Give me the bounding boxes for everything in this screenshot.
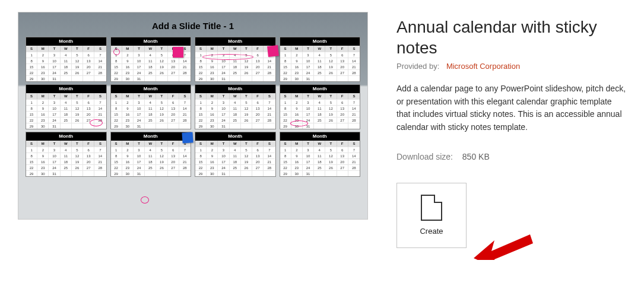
mini-calendar: MonthSMTWTFS1234567891011121314151617181… [110,37,192,82]
mini-calendar: MonthSMTWTFS1234567891011121314151617181… [26,37,107,82]
new-document-icon [421,195,442,221]
annotation-arrow [474,223,539,260]
mini-calendar-body: 1234567891011121314151617181920212223242… [26,147,106,176]
mini-calendar-header: Month [280,132,360,141]
provided-by-link[interactable]: Microsoft Corporation [446,62,520,71]
mini-calendar-header: Month [26,37,106,46]
mini-calendar-body: 1234567891011121314151617181920212223242… [195,99,275,129]
mini-calendar: MonthSMTWTFS1234567891011121314151617181… [110,132,192,177]
arrow-icon [474,223,539,260]
mini-calendar-dow: SMTWTFS [280,93,360,99]
mini-calendar-dow: SMTWTFS [195,46,275,52]
mini-calendar-header: Month [280,37,360,46]
mini-calendar-dow: SMTWTFS [195,93,275,99]
download-size-value: 850 KB [462,152,490,161]
mini-calendar-header: Month [111,37,191,46]
mini-calendar: MonthSMTWTFS1234567891011121314151617181… [26,132,107,177]
download-size-row: Download size: 850 KB [396,152,626,161]
mini-calendar: MonthSMTWTFS1234567891011121314151617181… [110,84,192,129]
mini-calendar: MonthSMTWTFS1234567891011121314151617181… [280,132,361,177]
sticky-note-pink [173,47,183,58]
mini-calendar: MonthSMTWTFS1234567891011121314151617181… [195,84,276,129]
provided-by-label: Provided by: [396,62,439,71]
mini-calendar-header: Month [195,85,275,93]
slide-title-placeholder: Add a Slide Title - 1 [23,17,363,37]
mini-calendar-dow: SMTWTFS [26,93,106,99]
mini-calendar-header: Month [280,85,360,93]
template-title: Annual calendar with sticky notes [396,17,626,58]
mini-calendar-dow: SMTWTFS [280,46,360,52]
highlight-oval [113,49,120,55]
mini-calendar-body: 1234567891011121314151617181920212223242… [26,52,106,81]
mini-calendar-header: Month [111,132,191,141]
mini-calendar-header: Month [195,37,275,46]
sticky-note-blue [182,132,193,143]
calendar-grid: MonthSMTWTFS1234567891011121314151617181… [23,37,363,177]
highlight-oval [90,119,103,126]
mini-calendar: MonthSMTWTFS1234567891011121314151617181… [280,37,361,82]
download-size-label: Download size: [396,152,453,161]
mini-calendar-dow: SMTWTFS [26,46,106,52]
svg-marker-0 [474,234,533,260]
mini-calendar-dow: SMTWTFS [26,141,106,147]
template-details-panel: Annual calendar with sticky notes Provid… [396,12,626,248]
highlight-oval [141,196,149,204]
mini-calendar-dow: SMTWTFS [280,141,360,147]
mini-calendar-body: 1234567891011121314151617181920212223242… [280,147,360,176]
sticky-note-pink [267,45,279,57]
provided-by-row: Provided by: Microsoft Corporation [396,62,626,71]
mini-calendar: MonthSMTWTFS1234567891011121314151617181… [195,132,276,177]
mini-calendar-body: 1234567891011121314151617181920212223242… [195,147,275,176]
mini-calendar-body: 1234567891011121314151617181920212223242… [111,147,191,176]
create-button-label: Create [420,227,443,236]
template-description: Add a calendar page to any PowerPoint sl… [396,82,626,134]
mini-calendar-dow: SMTWTFS [195,141,275,147]
mini-calendar-header: Month [26,85,106,93]
mini-calendar-dow: SMTWTFS [111,141,191,147]
highlight-oval [202,54,253,60]
mini-calendar-header: Month [111,85,191,93]
template-preview-thumbnail: Add a Slide Title - 1 MonthSMTWTFS123456… [18,12,368,220]
mini-calendar-header: Month [26,132,106,141]
mini-calendar-body: 1234567891011121314151617181920212223242… [111,99,191,129]
mini-calendar-header: Month [195,132,275,141]
mini-calendar-body: 1234567891011121314151617181920212223242… [280,52,360,81]
mini-calendar-dow: SMTWTFS [111,93,191,99]
highlight-oval [290,120,308,126]
create-button[interactable]: Create [396,183,467,248]
